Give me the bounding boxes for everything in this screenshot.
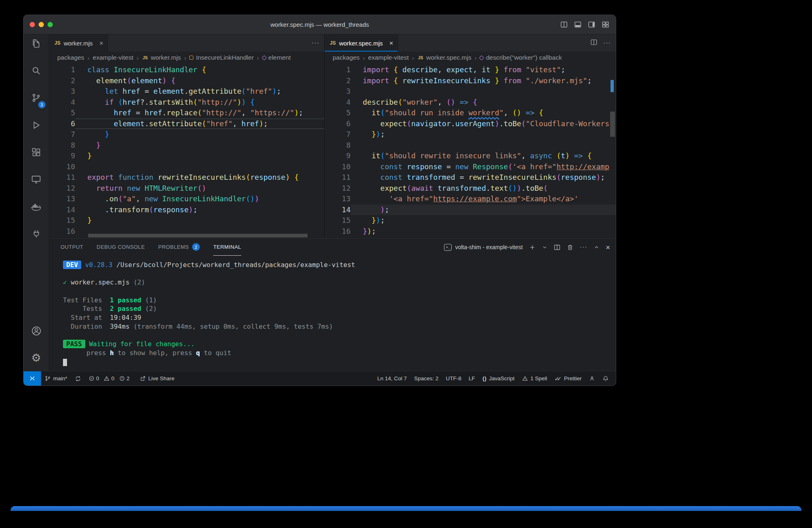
- close-panel-icon[interactable]: ×: [606, 244, 610, 251]
- line-number[interactable]: 1: [49, 65, 75, 75]
- branch-status[interactable]: main*: [41, 371, 71, 386]
- line-number[interactable]: 12: [325, 183, 351, 194]
- close-tab-icon[interactable]: ×: [389, 40, 393, 47]
- titlebar[interactable]: worker.spec.mjs — workerd_threads: [24, 15, 616, 34]
- code-line[interactable]: 7 });: [325, 129, 616, 140]
- code-editor-left[interactable]: 1class InsecureLinkHandler {2 element(el…: [49, 64, 324, 238]
- line-number[interactable]: 8: [49, 140, 75, 151]
- panel-tab-debug-console[interactable]: DEBUG CONSOLE: [97, 239, 145, 256]
- code-line[interactable]: 14 .transform(response);: [49, 205, 324, 216]
- formatter-status[interactable]: ✓✓ Prettier: [551, 371, 585, 386]
- line-number[interactable]: 8: [325, 140, 351, 151]
- code-line[interactable]: 1class InsecureLinkHandler {: [49, 65, 324, 75]
- panel-tab-terminal[interactable]: TERMINAL: [213, 239, 241, 256]
- tab-worker-spec-mjs[interactable]: JS worker.spec.mjs ×: [325, 34, 398, 52]
- line-number[interactable]: 11: [325, 172, 351, 183]
- split-terminal-button[interactable]: [554, 244, 561, 251]
- feedback-button[interactable]: [585, 371, 599, 386]
- code-line[interactable]: 10: [49, 162, 324, 172]
- line-number[interactable]: 6: [325, 119, 351, 129]
- more-actions-icon[interactable]: ···: [580, 244, 587, 251]
- code-line[interactable]: 13 .on("a", new InsecureLinkHandler()): [49, 194, 324, 205]
- line-number[interactable]: 10: [49, 162, 75, 172]
- line-number[interactable]: 15: [49, 215, 75, 226]
- line-number[interactable]: 5: [49, 108, 75, 119]
- breadcrumb-item[interactable]: JSworker.spec.mjs: [417, 54, 471, 61]
- code-line[interactable]: 5 it("should run inside workerd", () => …: [325, 108, 616, 119]
- code-line[interactable]: 9}: [49, 151, 324, 162]
- code-line[interactable]: 7 }: [49, 129, 324, 140]
- problems-status[interactable]: 0 0 2: [85, 371, 136, 386]
- cursor-position-status[interactable]: Ln 14, Col 7: [374, 371, 411, 386]
- kill-terminal-button[interactable]: [567, 244, 574, 251]
- toggle-secondary-sidebar-icon[interactable]: [588, 21, 595, 28]
- line-number[interactable]: 9: [325, 151, 351, 162]
- code-line[interactable]: 4 if (href?.startsWith("http://")) {: [49, 97, 324, 108]
- line-number[interactable]: 3: [49, 86, 75, 97]
- line-number[interactable]: 5: [325, 108, 351, 119]
- breadcrumb-item[interactable]: example-vitest: [368, 54, 409, 61]
- minimize-window-button[interactable]: [39, 22, 44, 27]
- new-terminal-button[interactable]: [529, 244, 536, 251]
- settings-button[interactable]: ⚙: [24, 349, 49, 367]
- code-line[interactable]: 2 element(element) {: [49, 75, 324, 86]
- close-tab-icon[interactable]: ×: [99, 40, 103, 47]
- code-line[interactable]: 3 let href = element.getAttribute("href"…: [49, 86, 324, 97]
- activity-search[interactable]: [24, 62, 49, 80]
- code-line[interactable]: 8: [325, 140, 616, 151]
- activity-explorer[interactable]: [24, 34, 49, 52]
- line-number[interactable]: 2: [325, 75, 351, 86]
- encoding-status[interactable]: UTF-8: [442, 371, 465, 386]
- close-window-button[interactable]: [30, 22, 35, 27]
- breadcrumb-item[interactable]: packages: [57, 54, 84, 61]
- code-line[interactable]: 13 '<a href="https://example.com">Exampl…: [325, 194, 616, 205]
- breadcrumb-item[interactable]: element: [262, 54, 291, 61]
- toggle-panel-icon[interactable]: [574, 21, 582, 28]
- activity-remote-explorer[interactable]: [24, 170, 49, 188]
- indentation-status[interactable]: Spaces: 2: [411, 371, 442, 386]
- terminal[interactable]: DEV v0.28.3 /Users/bcoll/Projects/worker…: [49, 256, 616, 371]
- activity-run-debug[interactable]: [24, 116, 49, 134]
- more-actions-icon[interactable]: ···: [312, 39, 319, 47]
- code-line[interactable]: 8 }: [49, 140, 324, 151]
- split-editor-icon[interactable]: [560, 21, 568, 28]
- code-line[interactable]: 3: [325, 86, 616, 97]
- code-line[interactable]: 16});: [325, 226, 616, 237]
- activity-source-control[interactable]: 3: [24, 89, 49, 107]
- panel-tab-problems[interactable]: PROBLEMS2: [158, 239, 199, 256]
- breadcrumb-item[interactable]: describe("worker") callback: [480, 54, 562, 61]
- customize-layout-icon[interactable]: [602, 21, 609, 28]
- activity-plug[interactable]: [24, 225, 49, 243]
- code-line[interactable]: 15 });: [325, 215, 616, 226]
- line-number[interactable]: 11: [49, 172, 75, 183]
- code-line[interactable]: 11export function rewriteInsecureLinks(r…: [49, 172, 324, 183]
- zoom-window-button[interactable]: [48, 22, 53, 27]
- line-number[interactable]: 15: [325, 215, 351, 226]
- more-actions-icon[interactable]: ···: [603, 39, 611, 47]
- line-number[interactable]: 7: [325, 129, 351, 140]
- language-status[interactable]: {} JavaScript: [479, 371, 518, 386]
- line-number[interactable]: 6: [49, 119, 75, 129]
- notifications-bell-button[interactable]: [599, 371, 613, 386]
- code-editor-right[interactable]: 1import { describe, expect, it } from "v…: [325, 64, 616, 238]
- tab-worker-mjs[interactable]: JS worker.mjs ×: [49, 34, 108, 52]
- line-number[interactable]: 4: [325, 97, 351, 108]
- breadcrumb-item[interactable]: example-vitest: [93, 54, 133, 61]
- line-number[interactable]: 14: [49, 205, 75, 216]
- code-line[interactable]: 5 href = href.replace("http://", "https:…: [49, 108, 324, 119]
- spell-status[interactable]: 1 Spell: [518, 371, 551, 386]
- line-number[interactable]: 12: [49, 183, 75, 194]
- line-number[interactable]: 13: [325, 194, 351, 205]
- split-editor-icon[interactable]: [590, 39, 598, 47]
- activity-docker[interactable]: [24, 198, 49, 216]
- line-number[interactable]: 14: [325, 205, 351, 216]
- code-line[interactable]: 10 const response = new Response('<a hre…: [325, 162, 616, 172]
- code-line[interactable]: 6 expect(navigator.userAgent).toBe("Clou…: [325, 119, 616, 129]
- line-number[interactable]: 7: [49, 129, 75, 140]
- code-line[interactable]: 12 expect(await transformed.text()).toBe…: [325, 183, 616, 194]
- terminal-picker[interactable]: >_ volta-shim - example-vitest: [444, 244, 523, 251]
- code-line[interactable]: 11 const transformed = rewriteInsecureLi…: [325, 172, 616, 183]
- code-line[interactable]: 4describe("worker", () => {: [325, 97, 616, 108]
- line-number[interactable]: 13: [49, 194, 75, 205]
- line-number[interactable]: 10: [325, 162, 351, 172]
